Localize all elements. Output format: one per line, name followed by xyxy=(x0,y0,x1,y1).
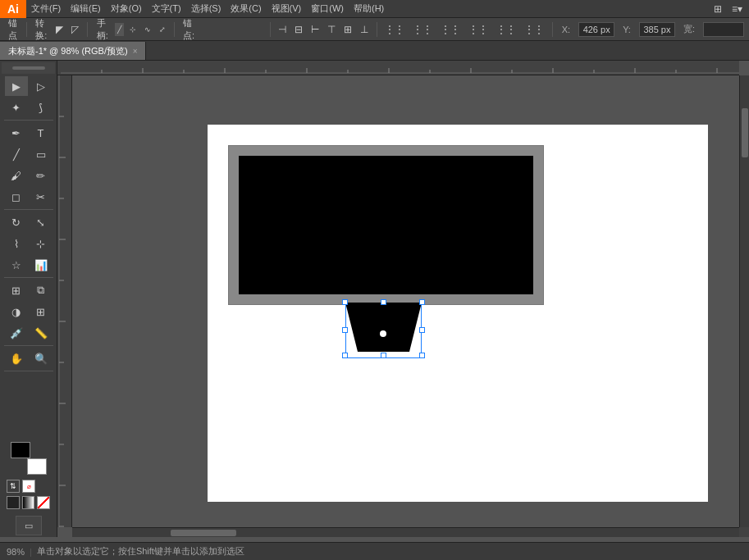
status-info: 单击对象以选定它；按住Shift键并单击以添加到选区 xyxy=(37,545,244,558)
gradient-tool[interactable]: ◑ xyxy=(5,302,28,321)
tool-row-2: ✦ ⟆ xyxy=(2,98,55,117)
menu-window[interactable]: 窗口(W) xyxy=(306,0,349,17)
mesh-tool[interactable]: ⊞ xyxy=(30,302,53,321)
anchor-icon1[interactable] xyxy=(201,23,208,36)
align-bottom-icon[interactable]: ⊥ xyxy=(358,22,371,37)
rotate-tool[interactable]: ↻ xyxy=(5,212,28,232)
anchor-icon4[interactable] xyxy=(234,23,241,36)
menu-effect[interactable]: 效果(C) xyxy=(226,0,266,17)
tab-title: 未标题-1* @ 98% (RGB/预览) xyxy=(8,45,128,57)
x-input[interactable] xyxy=(578,22,614,37)
workspace-icon[interactable]: ≡▾ xyxy=(728,2,746,16)
none-swatch[interactable] xyxy=(37,496,50,509)
align-left-icon[interactable]: ⊣ xyxy=(276,22,289,37)
tool-sep-1 xyxy=(4,120,53,121)
menu-select[interactable]: 选择(S) xyxy=(186,0,226,17)
handle-tl[interactable] xyxy=(342,299,348,305)
menu-help[interactable]: 帮助(H) xyxy=(349,0,389,17)
document-tab[interactable]: 未标题-1* @ 98% (RGB/预览) × xyxy=(0,42,146,60)
canvas-area[interactable] xyxy=(57,61,749,537)
align-right-icon[interactable]: ⊢ xyxy=(308,22,322,37)
menu-text[interactable]: 文字(T) xyxy=(147,0,186,17)
dist-icon4[interactable]: ⋮⋮ xyxy=(466,22,491,37)
anchor-icon3[interactable] xyxy=(223,23,231,36)
align-top-icon[interactable]: ⊤ xyxy=(325,22,338,37)
magic-wand-tool[interactable]: ✦ xyxy=(5,98,28,117)
gradient-swatch[interactable] xyxy=(22,496,35,509)
scrollbar-h-thumb[interactable] xyxy=(171,530,236,536)
tv-body xyxy=(228,145,544,305)
handle-bl[interactable] xyxy=(342,353,348,358)
eyedropper-tool[interactable]: 💉 xyxy=(5,323,28,343)
color-mode-icon[interactable] xyxy=(7,496,20,509)
swap-colors-icon[interactable]: ⇅ xyxy=(7,480,20,493)
handle-icon3[interactable]: ∿ xyxy=(142,23,153,36)
lasso-tool[interactable]: ⟆ xyxy=(30,98,53,117)
select-tool[interactable]: ▶ xyxy=(5,76,28,96)
w-input[interactable] xyxy=(703,22,744,37)
handle-mr[interactable] xyxy=(419,327,425,333)
drawing-mode-icon[interactable]: ▭ xyxy=(16,516,42,535)
y-input[interactable] xyxy=(639,22,675,37)
arrange-icon[interactable]: ⊞ xyxy=(710,2,725,16)
zoom-tool[interactable]: 🔍 xyxy=(30,348,53,368)
artboard-tool[interactable]: ⊞ xyxy=(5,280,28,300)
tool-sep-4 xyxy=(4,345,53,346)
menu-object[interactable]: 对象(O) xyxy=(106,0,147,17)
hand-tool[interactable]: ✋ xyxy=(5,348,28,368)
align-center-h-icon[interactable]: ⊟ xyxy=(292,22,305,37)
handle-icon1[interactable]: ╱ xyxy=(115,23,124,36)
dist-icon5[interactable]: ⋮⋮ xyxy=(494,22,518,37)
handle-br[interactable] xyxy=(419,353,425,358)
measure-tool[interactable]: 📏 xyxy=(30,323,53,343)
convert-smooth-icon[interactable]: ◸ xyxy=(69,22,81,37)
dist-icon3[interactable]: ⋮⋮ xyxy=(438,22,463,37)
handle-ml[interactable] xyxy=(342,327,348,333)
menu-edit[interactable]: 编辑(E) xyxy=(66,0,106,17)
direct-select-tool[interactable]: ▷ xyxy=(30,76,53,96)
eraser-tool[interactable]: ◻ xyxy=(5,187,28,207)
tool-row-3: ✒ T xyxy=(2,123,55,143)
menu-view[interactable]: 视图(V) xyxy=(267,0,307,17)
none-color-icon[interactable]: ⌀ xyxy=(22,480,35,493)
align-center-v-icon[interactable]: ⊞ xyxy=(341,22,354,37)
warp-tool[interactable]: ⌇ xyxy=(5,234,28,253)
slice-tool[interactable]: ⧉ xyxy=(30,280,53,300)
menubar: Ai 文件(F) 编辑(E) 对象(O) 文字(T) 选择(S) 效果(C) 视… xyxy=(0,0,749,18)
handle-bm[interactable] xyxy=(381,353,386,358)
symbol-tool[interactable]: ☆ xyxy=(5,255,28,275)
convert-corner-icon[interactable]: ◤ xyxy=(53,22,66,37)
scrollbar-horizontal[interactable] xyxy=(72,527,739,537)
paintbrush-tool[interactable]: 🖌 xyxy=(5,166,28,185)
type-tool[interactable]: T xyxy=(30,123,53,143)
dist-icon2[interactable]: ⋮⋮ xyxy=(410,22,435,37)
tab-close-button[interactable]: × xyxy=(133,47,138,56)
anchor-icon6[interactable] xyxy=(256,23,263,36)
ruler-marks-v xyxy=(57,75,71,527)
handle-icon2[interactable]: ⊹ xyxy=(127,23,139,36)
anchor-label: 锚点 xyxy=(5,16,21,43)
tool-sep-5 xyxy=(4,371,53,371)
pencil-tool[interactable]: ✏ xyxy=(30,166,53,185)
scissors-tool[interactable]: ✂ xyxy=(30,187,53,207)
background-color-swatch[interactable] xyxy=(27,458,47,475)
scrollbar-vertical[interactable] xyxy=(739,75,749,527)
pen-tool[interactable]: ✒ xyxy=(5,123,28,143)
free-transform-tool[interactable]: ⊹ xyxy=(30,234,53,253)
line-tool[interactable]: ╱ xyxy=(5,144,28,164)
foreground-color-swatch[interactable] xyxy=(11,442,30,458)
color-area: ⇅ ⌀ xyxy=(2,439,55,512)
handle-tm[interactable] xyxy=(381,299,386,305)
handle-tr[interactable] xyxy=(419,299,425,305)
anchor-icon5[interactable] xyxy=(245,23,253,36)
scale-tool[interactable]: ⤡ xyxy=(30,212,53,232)
anchor-icon2[interactable] xyxy=(212,23,220,36)
rect-tool[interactable]: ▭ xyxy=(30,144,53,164)
menu-file[interactable]: 文件(F) xyxy=(26,0,66,17)
column-graph-tool[interactable]: 📊 xyxy=(30,255,53,275)
dist-icon6[interactable]: ⋮⋮ xyxy=(522,22,546,37)
canvas-background[interactable] xyxy=(72,75,739,527)
dist-icon1[interactable]: ⋮⋮ xyxy=(382,22,407,37)
scrollbar-v-thumb[interactable] xyxy=(742,108,748,157)
handle-icon4[interactable]: ⤢ xyxy=(157,23,168,36)
